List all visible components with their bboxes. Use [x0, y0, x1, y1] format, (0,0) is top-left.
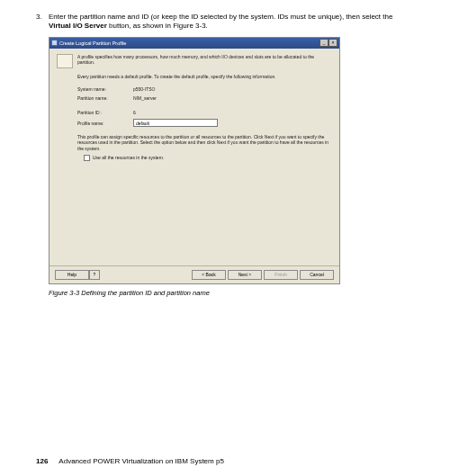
wizard-window: Create Logical Partition Profile _ × A p…	[49, 37, 340, 284]
step-instruction: 3.Enter the partition name and ID (or ke…	[36, 13, 414, 31]
finish-button: Finish	[264, 270, 298, 280]
next-button[interactable]: Next >	[228, 270, 262, 280]
profile-name-label: Profile name:	[77, 121, 133, 126]
help-button[interactable]: Help	[55, 270, 89, 280]
step-text-before: Enter the partition name and ID (or keep…	[49, 13, 392, 21]
window-title: Create Logical Partition Profile	[59, 40, 126, 46]
profile-name-input[interactable]	[133, 119, 218, 127]
step-text-bold: Virtual I/O Server	[49, 22, 107, 30]
help-dropdown-button[interactable]: ?	[89, 270, 100, 280]
page-footer: 126 Advanced POWER Virtualization on IBM…	[36, 457, 224, 465]
partition-id-label: Partition ID :	[77, 110, 133, 115]
sub-instruction: Every partition needs a default profile.…	[77, 74, 332, 79]
figure-caption: Figure 3-3 Defining the partition ID and…	[49, 289, 414, 297]
app-icon	[51, 40, 58, 46]
profile-note: This profile can assign specific resourc…	[77, 134, 332, 151]
close-button[interactable]: ×	[328, 39, 338, 47]
partition-name-label: Partition name:	[77, 95, 133, 101]
cancel-button[interactable]: Cancel	[300, 270, 334, 280]
step-number: 3.	[36, 13, 49, 22]
partition-id-value: 6	[133, 110, 136, 115]
button-bar: Help ? < Back Next > Finish Cancel	[50, 265, 339, 283]
use-all-resources-label: Use all the resources in the system.	[93, 155, 164, 160]
system-name-label: System name:	[77, 86, 133, 92]
wizard-icon	[57, 54, 73, 68]
intro-text: A profile specifies how many processors,…	[77, 54, 332, 68]
step-text-after: button, as shown in Figure 3-3.	[107, 22, 208, 30]
use-all-resources-row[interactable]: Use all the resources in the system.	[84, 155, 332, 161]
book-title: Advanced POWER Virtualization on IBM Sys…	[58, 457, 224, 465]
partition-name-value: NIM_server	[133, 95, 157, 101]
minimize-button[interactable]: _	[320, 39, 328, 47]
titlebar: Create Logical Partition Profile _ ×	[50, 38, 339, 49]
system-name-value: p550-ITSO	[133, 86, 155, 92]
wizard-body: A profile specifies how many processors,…	[50, 49, 339, 265]
back-button[interactable]: < Back	[192, 270, 226, 280]
window-controls: _ ×	[320, 39, 338, 47]
page-number: 126	[36, 457, 48, 465]
use-all-resources-checkbox[interactable]	[84, 155, 90, 161]
form-area: System name: p550-ITSO Partition name: N…	[77, 86, 332, 127]
